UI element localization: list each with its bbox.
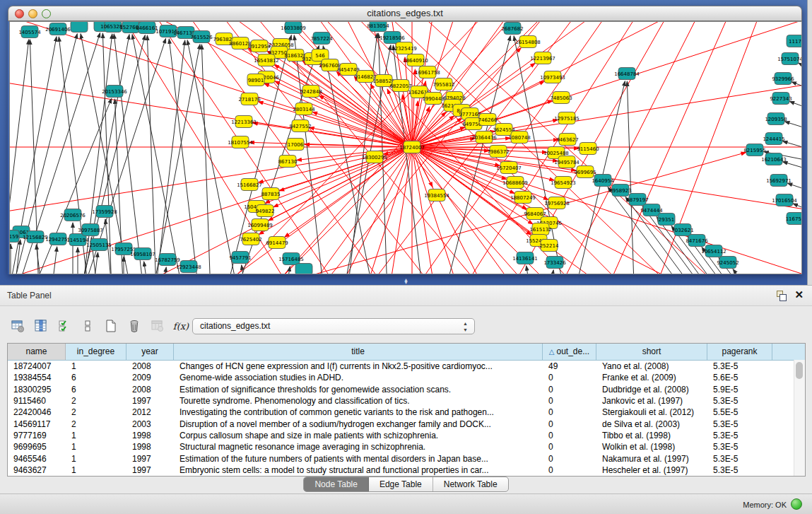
graph-node[interactable]: 8912954 [248,40,271,52]
graph-node[interactable]: 7857224 [310,33,333,45]
graph-node[interactable] [295,264,312,274]
graph-node[interactable]: 116753 [786,213,801,225]
graph-node[interactable]: 9227343 [770,93,792,105]
graph-node[interactable]: 9699695 [574,166,596,178]
table-mode-icon[interactable] [10,318,25,334]
graph-node[interactable]: 16648784 [614,68,640,80]
graph-node[interactable]: 1244415 [763,133,784,145]
table-row[interactable]: 1872400712008Changes of HCN gene express… [8,361,805,372]
column-header-year[interactable]: year [126,344,174,360]
close-panel-icon[interactable]: ✕ [794,288,804,301]
graph-node[interactable]: 8427552 [289,120,311,132]
graph-node[interactable]: 10654112 [701,245,726,257]
graph-node[interactable]: 8466161 [136,22,158,34]
graph-node[interactable]: 20206576 [60,209,86,221]
show-columns-icon[interactable] [33,318,49,334]
graph-node[interactable]: 9329966 [772,73,794,85]
column-header-pagerank[interactable]: pagerank [707,344,772,360]
graph-node[interactable]: 6914479 [266,237,288,249]
graph-node[interactable]: 867130 [278,156,298,168]
graph-node[interactable]: 8813054 [367,22,389,32]
column-header-name[interactable]: name [8,344,66,360]
graph-node[interactable]: 9463627 [556,134,578,146]
graph-node[interactable]: 8958923 [609,185,631,197]
table-row[interactable]: 1938455462009Genome-wide association stu… [8,372,805,383]
graph-node[interactable]: 9245052 [717,257,739,269]
graph-node[interactable]: 7955812 [433,78,454,90]
graph-node[interactable]: 949822 [256,205,275,217]
graph-node[interactable]: 1733426 [543,257,566,269]
graph-node[interactable]: 1080748 [508,132,530,144]
tab-network-table[interactable]: Network Table [433,477,508,491]
graph-node[interactable]: 9115460 [577,143,599,155]
minimize-window-button[interactable] [28,9,37,18]
graph-node[interactable]: 15166827 [237,179,262,191]
graph-node[interactable]: 33159 [10,230,19,243]
table-selector-dropdown[interactable]: citations_edges.txt ▲▼ [192,318,475,334]
graph-node[interactable]: 15692971 [766,175,792,187]
graph-node[interactable]: 252214 [540,240,559,252]
graph-node[interactable]: 12213363 [231,116,257,128]
close-window-button[interactable] [15,9,24,18]
table-row[interactable]: 977716911998Corpus callosum shape and si… [8,430,805,441]
memory-status-indicator[interactable] [791,498,802,510]
splitter-grip[interactable]: ▲▼ [403,279,409,284]
graph-node[interactable]: 1209358 [765,113,787,125]
network-canvas[interactable]: 1405574206914061065328715276028466161107… [9,21,802,274]
column-header-title[interactable]: title [174,344,543,360]
table-row[interactable]: 1830029562008Estimation of significance … [8,384,805,395]
graph-node[interactable]: 19384554 [424,189,449,201]
table-row[interactable]: 946554611997Estimation of the future num… [8,452,805,464]
table-row[interactable]: 969969511998Structural magnetic resonanc… [8,441,805,452]
graph-node[interactable]: 12213967 [530,52,555,64]
graph-node[interactable]: 8215955 [743,144,765,156]
create-column-icon[interactable] [103,318,119,334]
graph-node[interactable]: 887835 [261,188,281,200]
graph-node[interactable]: 2718176 [238,93,261,105]
graph-node[interactable]: 19756928 [544,197,570,209]
graph-node[interactable]: 6879197 [626,194,648,206]
table-scrollbar[interactable] [794,360,805,476]
table-row[interactable]: 2242004622012Investigating the contribut… [8,407,805,418]
graph-node[interactable]: 16210643 [761,153,787,165]
table-row[interactable]: 1456911722003Disruption of a novel membe… [8,418,805,429]
graph-node[interactable]: 19654923 [551,177,576,189]
graph-node[interactable]: 9457791 [229,252,251,264]
table-row[interactable]: 946362711997Embryonic stem cells: a mode… [8,465,805,476]
graph-node[interactable]: 15716485 [278,253,304,265]
graph-node[interactable]: 12975185 [554,112,579,124]
graph-node[interactable]: 10688609 [502,177,528,189]
tab-edge-table[interactable]: Edge Table [369,477,433,491]
zoom-window-button[interactable] [42,9,51,18]
window-titlebar[interactable]: citations_edges.txt [8,6,802,21]
graph-node[interactable]: 7986372 [487,146,509,158]
graph-node[interactable]: 16033809 [281,22,306,34]
graph-node[interactable]: 18107554 [228,136,253,148]
column-header-in_degree[interactable]: in_degree [66,344,126,360]
graph-node[interactable]: 18640910 [403,54,428,66]
graph-node[interactable]: 9242848 [300,86,322,98]
table-row[interactable]: 911546021997Tourette syndrome. Phenomeno… [8,395,805,407]
graph-node[interactable]: 7485063 [550,92,572,104]
graph-node[interactable]: 15751074 [777,53,801,65]
delete-table-icon[interactable] [150,318,165,334]
tab-node-table[interactable]: Node Table [304,477,369,491]
graph-node[interactable] [71,22,88,33]
graph-node[interactable]: 2803144 [293,103,315,115]
graph-node[interactable]: 1640954 [592,175,614,187]
column-header-out_de[interactable]: △out_de... [543,344,596,360]
graph-node[interactable]: 7032621 [671,224,693,236]
graph-node[interactable]: 29351 [658,214,675,226]
function-builder-icon[interactable]: f(x) [173,318,189,334]
scrollbar-thumb[interactable] [796,362,803,379]
graph-node[interactable]: 20691406 [45,23,71,35]
column-header-short[interactable]: short [596,344,707,360]
graph-node[interactable]: 16961758 [415,66,440,78]
float-panel-icon[interactable] [776,291,787,300]
graph-node[interactable]: 16154808 [515,36,541,48]
select-columns-icon[interactable] [57,318,72,334]
graph-node[interactable]: 1615132 [529,223,551,235]
graph-node[interactable]: 2687682 [501,23,523,35]
graph-node[interactable]: 17016504 [772,194,797,206]
graph-node[interactable]: 19218506 [379,32,405,44]
